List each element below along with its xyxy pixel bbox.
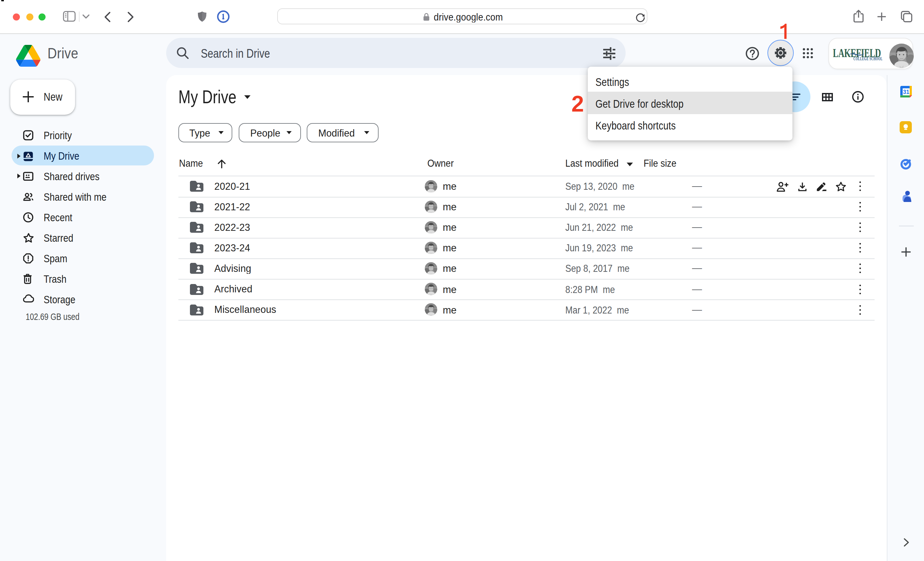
- svg-text:31: 31: [903, 88, 909, 95]
